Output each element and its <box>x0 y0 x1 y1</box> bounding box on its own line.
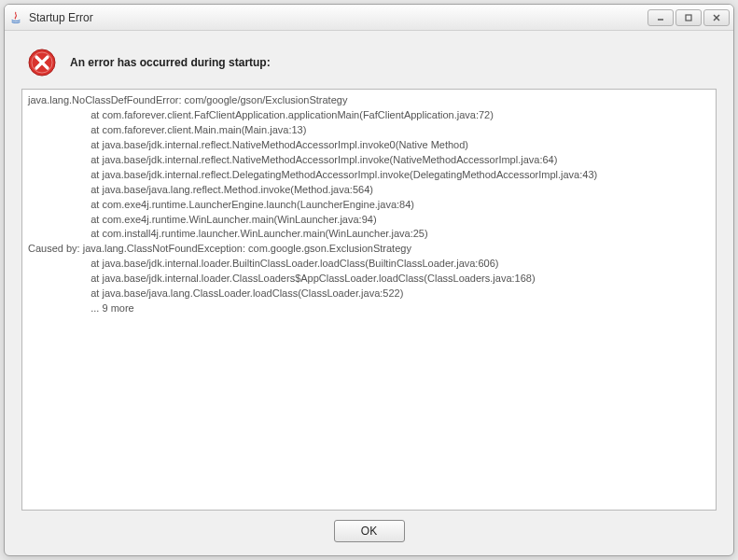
stacktrace-line: ... 9 more <box>28 301 710 316</box>
maximize-button[interactable] <box>675 9 702 26</box>
stacktrace-line: at com.faforever.client.Main.main(Main.j… <box>28 123 710 138</box>
stacktrace-line: at java.base/jdk.internal.reflect.Delega… <box>28 168 710 183</box>
error-icon <box>27 48 57 77</box>
dialog-content: An error has occurred during startup: ja… <box>5 31 733 555</box>
header-row: An error has occurred during startup: <box>21 40 717 89</box>
dialog-window: Startup Error An error has <box>4 4 734 556</box>
java-icon <box>8 10 23 25</box>
stacktrace-line: at java.base/jdk.internal.reflect.Native… <box>28 138 710 153</box>
stacktrace-line: at com.exe4j.runtime.LauncherEngine.laun… <box>28 198 710 213</box>
stacktrace-line: Caused by: java.lang.ClassNotFoundExcept… <box>28 242 710 257</box>
stacktrace-line: at com.faforever.client.FafClientApplica… <box>28 108 710 123</box>
button-row: OK <box>21 511 717 546</box>
svg-rect-1 <box>686 15 691 21</box>
error-heading: An error has occurred during startup: <box>70 56 271 69</box>
stacktrace-line: at com.exe4j.runtime.WinLauncher.main(Wi… <box>28 213 710 228</box>
stacktrace-area[interactable]: java.lang.NoClassDefFoundError: com/goog… <box>21 89 717 511</box>
close-button[interactable] <box>703 9 730 26</box>
stacktrace-line: at com.install4j.runtime.launcher.WinLau… <box>28 227 710 242</box>
stacktrace-line: at java.base/java.lang.ClassLoader.loadC… <box>28 287 710 301</box>
stacktrace-line: at java.base/java.lang.reflect.Method.in… <box>28 183 710 198</box>
stacktrace-line: java.lang.NoClassDefFoundError: com/goog… <box>28 93 710 108</box>
window-controls <box>646 9 730 26</box>
stacktrace-line: at java.base/jdk.internal.loader.Builtin… <box>28 257 710 272</box>
stacktrace-line: at java.base/jdk.internal.loader.ClassLo… <box>28 272 710 287</box>
window-title: Startup Error <box>29 11 646 24</box>
ok-button[interactable]: OK <box>334 520 405 542</box>
title-bar: Startup Error <box>5 5 733 31</box>
stacktrace-line: at java.base/jdk.internal.reflect.Native… <box>28 153 710 168</box>
minimize-button[interactable] <box>647 9 674 26</box>
